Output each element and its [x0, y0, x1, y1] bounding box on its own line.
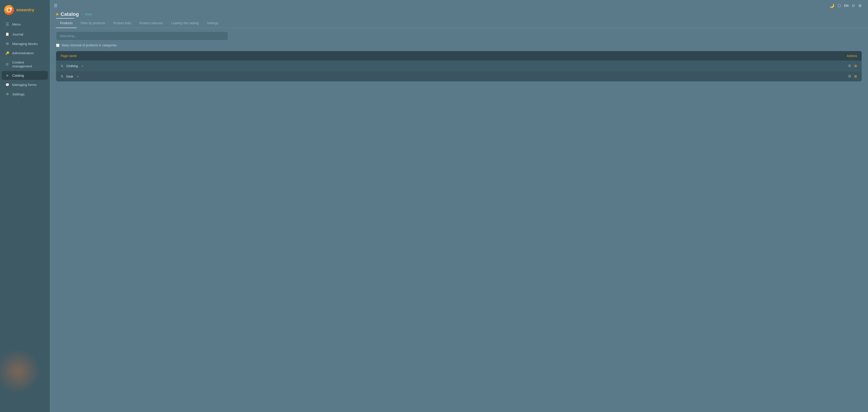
logo-icon	[4, 5, 14, 15]
sidebar-item-label-managing-blocks: Managing blocks	[12, 42, 38, 46]
svg-point-0	[5, 6, 13, 14]
page-dot	[56, 13, 58, 16]
mass-removal-label: Mass removal of products in categories	[62, 43, 117, 47]
col-header-actions: Actions	[847, 54, 857, 58]
sidebar-item-label-administrators: Administrators	[12, 51, 34, 55]
row-name-clothing: Clothing	[66, 64, 78, 68]
sidebar-item-catalog[interactable]: ≡ Catalog	[2, 71, 48, 80]
menu-icon: ☰	[5, 22, 9, 27]
sidebar-item-managing-blocks[interactable]: ⊞ Managing blocks	[2, 39, 48, 48]
settings-action-gear[interactable]: ⚙	[848, 74, 851, 79]
grid-icon[interactable]: ⬡	[837, 3, 841, 8]
mass-removal-row: Mass removal of products in categories	[56, 43, 862, 47]
row-left-clothing: ⇅ Clothing »	[61, 64, 83, 68]
table-row: ⇅ Clothing » ⚙ ⊕	[56, 61, 862, 71]
sidebar-nav: ☰ Menu 📋 Journal ⊞ Managing blocks 🔑 Adm…	[0, 20, 50, 98]
row-actions-clothing: ⚙ ⊕	[848, 63, 857, 68]
page-title-row: Catalog ← Back	[56, 11, 862, 17]
theme-toggle-icon[interactable]: 🌙	[829, 3, 834, 8]
sidebar-item-label-journal: Journal	[12, 32, 23, 36]
row-actions-gear: ⚙ ⊕	[848, 74, 857, 79]
content-management-icon: ⊟	[5, 62, 9, 66]
svg-point-2	[10, 8, 12, 9]
sidebar-item-label-settings: Settings	[12, 92, 24, 96]
catalog-icon: ≡	[5, 73, 9, 77]
settings-action-clothing[interactable]: ⚙	[848, 63, 851, 68]
tab-settings[interactable]: Settings	[203, 19, 222, 28]
main-content: ☰ 🌙 ⬡ EN ⊙ ⊕ Catalog ← Back Products Fil…	[50, 0, 868, 412]
managing-blocks-icon: ⊞	[5, 41, 9, 46]
sidebar: oneentry ☰ Menu 📋 Journal ⊞ Managing blo…	[0, 0, 50, 412]
page-title: Catalog	[61, 11, 79, 17]
row-left-gear: ⇅ Gear »	[61, 75, 79, 79]
mass-removal-checkbox[interactable]	[56, 43, 59, 47]
main-panel: Mass removal of products in categories P…	[50, 32, 868, 412]
decorative-orb	[0, 349, 41, 394]
logout-icon[interactable]: ⊕	[858, 3, 862, 8]
tab-products[interactable]: Products	[56, 19, 76, 28]
sidebar-item-menu[interactable]: ☰ Menu	[2, 20, 48, 29]
catalog-table: Page name Actions ⇅ Clothing » ⚙ ⊕ ⇅	[56, 51, 862, 81]
back-link[interactable]: ← Back	[81, 12, 92, 16]
hamburger-button[interactable]: ☰	[54, 3, 57, 8]
sort-icon-gear[interactable]: ⇅	[61, 75, 64, 79]
topbar-left: ☰	[54, 3, 57, 8]
tab-product-statuses[interactable]: Product statuses	[135, 19, 167, 28]
table-header: Page name Actions	[56, 51, 862, 61]
topbar-right: 🌙 ⬡ EN ⊙ ⊕	[829, 3, 862, 8]
logo: oneentry	[0, 3, 50, 20]
chevron-double-gear[interactable]: »	[77, 75, 79, 78]
page-header: Catalog ← Back	[50, 11, 868, 19]
managing-forms-icon: 💬	[5, 83, 9, 87]
sidebar-item-administrators[interactable]: 🔑 Administrators	[2, 49, 48, 57]
topbar: ☰ 🌙 ⬡ EN ⊙ ⊕	[50, 0, 868, 11]
delete-action-gear[interactable]: ⊕	[854, 74, 857, 79]
table-row: ⇅ Gear » ⚙ ⊕	[56, 71, 862, 81]
lang-label[interactable]: EN	[844, 4, 848, 7]
sort-icon-clothing[interactable]: ⇅	[61, 64, 64, 68]
tab-product-links[interactable]: Product links	[109, 19, 135, 28]
sidebar-item-settings[interactable]: ⚙ Settings	[2, 90, 48, 98]
sidebar-item-label-menu: Menu	[12, 22, 21, 26]
journal-icon: 📋	[5, 32, 9, 36]
col-header-page-name: Page name	[61, 54, 77, 58]
administrators-icon: 🔑	[5, 51, 9, 55]
settings-icon: ⚙	[5, 92, 9, 96]
sidebar-item-managing-forms[interactable]: 💬 Managing forms	[2, 80, 48, 89]
tab-loading-the-catalog[interactable]: Loading the catalog	[167, 19, 203, 28]
tab-filter-by-products[interactable]: Filter by products	[76, 19, 109, 28]
sidebar-item-label-catalog: Catalog	[12, 73, 24, 77]
sidebar-item-label-managing-forms: Managing forms	[12, 83, 37, 87]
chevron-double-clothing[interactable]: »	[81, 64, 83, 68]
user-icon[interactable]: ⊙	[852, 3, 855, 8]
search-input[interactable]	[56, 32, 228, 40]
logo-text: oneentry	[16, 8, 34, 12]
tabs-bar: Products Filter by products Product link…	[50, 19, 868, 28]
sidebar-item-journal[interactable]: 📋 Journal	[2, 30, 48, 39]
row-name-gear: Gear	[66, 75, 73, 78]
delete-action-clothing[interactable]: ⊕	[854, 63, 857, 68]
sidebar-item-content-management[interactable]: ⊟ Content management	[2, 58, 48, 70]
sidebar-item-label-content-management: Content management	[12, 60, 45, 68]
